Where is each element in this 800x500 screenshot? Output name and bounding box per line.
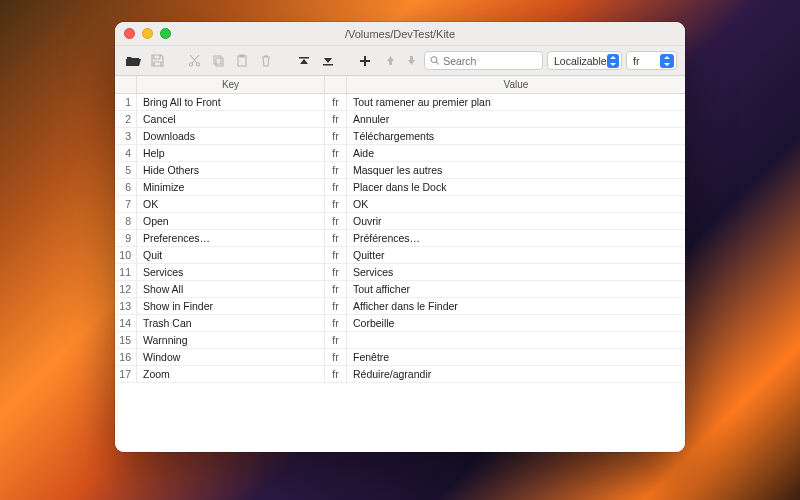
toolbar: Localizable fr [115,46,685,76]
value-column-header[interactable]: Value [347,76,685,93]
table-body[interactable]: 1Bring All to FrontfrTout ramener au pre… [115,94,685,452]
table-row[interactable]: 12Show AllfrTout afficher [115,281,685,298]
key-column-header[interactable]: Key [137,76,325,93]
key-cell[interactable]: Downloads [137,128,325,144]
key-cell[interactable]: Services [137,264,325,280]
lang-cell: fr [325,162,347,178]
zoom-window-button[interactable] [160,28,171,39]
language-dropdown[interactable]: fr [626,51,677,70]
app-window: /Volumes/DevTest/Kite [115,22,685,452]
table-row[interactable]: 1Bring All to FrontfrTout ramener au pre… [115,94,685,111]
value-cell[interactable]: Afficher dans le Finder [347,298,685,314]
table-row[interactable]: 16WindowfrFenêtre [115,349,685,366]
table-row[interactable]: 17ZoomfrRéduire/agrandir [115,366,685,383]
value-cell[interactable]: Ouvrir [347,213,685,229]
table-row[interactable]: 3DownloadsfrTéléchargements [115,128,685,145]
row-number: 12 [115,281,137,297]
row-number: 11 [115,264,137,280]
key-cell[interactable]: Help [137,145,325,161]
language-dropdown-label: fr [633,55,639,67]
value-cell[interactable]: Services [347,264,685,280]
search-field[interactable] [424,51,544,70]
table-row[interactable]: 8OpenfrOuvrir [115,213,685,230]
key-cell[interactable]: Cancel [137,111,325,127]
value-cell[interactable]: Quitter [347,247,685,263]
row-number: 15 [115,332,137,348]
table-row[interactable]: 13Show in FinderfrAfficher dans le Finde… [115,298,685,315]
close-window-button[interactable] [124,28,135,39]
key-cell[interactable]: Show All [137,281,325,297]
value-cell[interactable]: OK [347,196,685,212]
table-row[interactable]: 14Trash CanfrCorbeille [115,315,685,332]
table-row[interactable]: 7OKfrOK [115,196,685,213]
value-cell[interactable] [347,332,685,348]
table-row[interactable]: 2CancelfrAnnuler [115,111,685,128]
add-button[interactable] [355,51,375,71]
table-row[interactable]: 4HelpfrAide [115,145,685,162]
search-icon [430,55,440,66]
collapse-down-button[interactable] [318,51,338,71]
key-cell[interactable]: Bring All to Front [137,94,325,110]
delete-button[interactable] [256,51,276,71]
key-cell[interactable]: Preferences… [137,230,325,246]
arrow-down-icon [406,55,417,66]
key-cell[interactable]: Quit [137,247,325,263]
value-cell[interactable]: Masquer les autres [347,162,685,178]
table-row[interactable]: 10QuitfrQuitter [115,247,685,264]
search-input[interactable] [443,55,537,67]
table-row[interactable]: 6MinimizefrPlacer dans le Dock [115,179,685,196]
lang-cell: fr [325,281,347,297]
value-cell[interactable]: Aide [347,145,685,161]
value-cell[interactable]: Réduire/agrandir [347,366,685,382]
value-cell[interactable]: Préférences… [347,230,685,246]
copy-icon [212,54,225,67]
key-cell[interactable]: Show in Finder [137,298,325,314]
key-cell[interactable]: OK [137,196,325,212]
table-row[interactable]: 15Warnningfr [115,332,685,349]
value-cell[interactable]: Tout afficher [347,281,685,297]
row-number: 4 [115,145,137,161]
dropdown-toggle-icon [607,54,619,68]
strings-file-dropdown-label: Localizable [554,55,607,67]
collapse-up-icon [298,55,310,67]
save-icon [151,54,164,67]
key-cell[interactable]: Zoom [137,366,325,382]
paste-button[interactable] [232,51,252,71]
minimize-window-button[interactable] [142,28,153,39]
lang-cell: fr [325,264,347,280]
key-cell[interactable]: Minimize [137,179,325,195]
key-cell[interactable]: Hide Others [137,162,325,178]
row-number: 10 [115,247,137,263]
svg-point-0 [431,57,437,63]
key-cell[interactable]: Trash Can [137,315,325,331]
lang-cell: fr [325,213,347,229]
table-row[interactable]: 11ServicesfrServices [115,264,685,281]
value-cell[interactable]: Téléchargements [347,128,685,144]
save-button[interactable] [147,51,167,71]
row-number: 5 [115,162,137,178]
value-cell[interactable]: Corbeille [347,315,685,331]
row-number: 2 [115,111,137,127]
strings-file-dropdown[interactable]: Localizable [547,51,622,70]
collapse-down-icon [322,55,334,67]
key-cell[interactable]: Warnning [137,332,325,348]
copy-button[interactable] [208,51,228,71]
value-cell[interactable]: Annuler [347,111,685,127]
table-row[interactable]: 9Preferences…frPréférences… [115,230,685,247]
prev-result-button[interactable] [383,55,399,66]
lang-cell: fr [325,145,347,161]
collapse-up-button[interactable] [294,51,314,71]
scissors-icon [188,54,201,67]
key-cell[interactable]: Window [137,349,325,365]
cut-button[interactable] [184,51,204,71]
table-row[interactable]: 5Hide OthersfrMasquer les autres [115,162,685,179]
value-cell[interactable]: Tout ramener au premier plan [347,94,685,110]
lang-cell: fr [325,128,347,144]
lang-cell: fr [325,247,347,263]
key-cell[interactable]: Open [137,213,325,229]
value-cell[interactable]: Placer dans le Dock [347,179,685,195]
next-result-button[interactable] [403,55,419,66]
open-folder-button[interactable] [123,51,143,71]
row-number: 8 [115,213,137,229]
value-cell[interactable]: Fenêtre [347,349,685,365]
